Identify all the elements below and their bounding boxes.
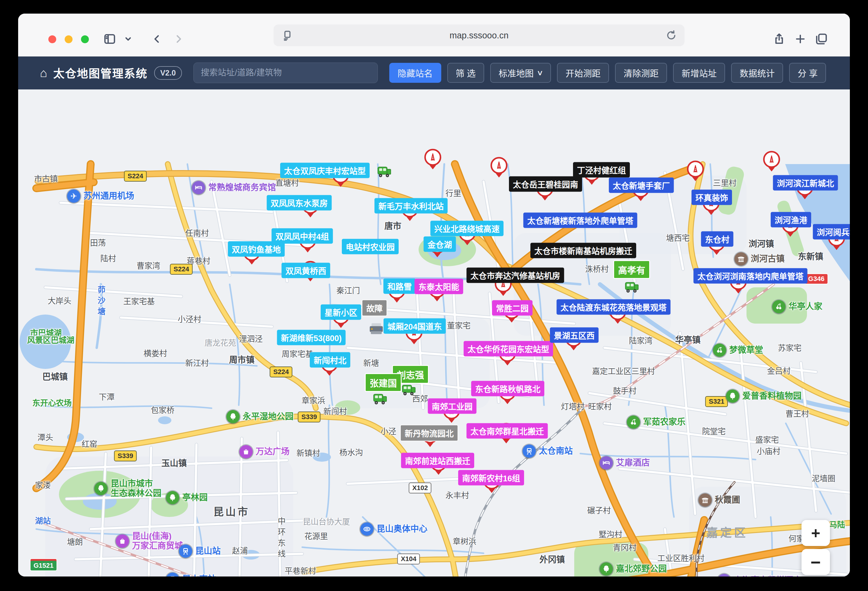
poi-label: 亭林园 (182, 493, 208, 503)
sidebar-chevron-icon[interactable] (120, 31, 137, 47)
poi-tree[interactable]: 永平湿地公园 (233, 410, 294, 423)
station-label[interactable]: 丁泾村健红组 (573, 162, 630, 178)
poi-hotel[interactable]: 艾扉酒店 (606, 456, 650, 470)
station-label[interactable]: 浏河滨江新城北 (773, 175, 838, 191)
truck-icon[interactable] (376, 165, 392, 178)
search-input[interactable] (193, 63, 378, 83)
station-label[interactable]: 太仓新塘手套厂 (609, 178, 674, 193)
tower-marker[interactable] (490, 157, 508, 178)
zoom-out-button[interactable]: − (802, 549, 830, 575)
station-label[interactable]: 太仓双凤庆丰村宏站型 (280, 163, 370, 178)
filter-button[interactable]: 筛 选 (447, 63, 484, 83)
hide-names-button[interactable]: 隐藏站名 (389, 63, 441, 83)
truck-icon[interactable] (624, 281, 639, 294)
station-label[interactable]: 金仓湖 (424, 237, 456, 252)
station-label[interactable]: 常胜二园 (492, 300, 533, 316)
station-label[interactable]: 电站村农业园 (342, 239, 399, 254)
printer-icon[interactable] (368, 322, 385, 336)
poi-cherry[interactable]: 梦微草堂 (720, 343, 763, 357)
station-label[interactable]: 高孝有 (613, 260, 650, 279)
share-map-button[interactable]: 分 享 (789, 63, 826, 83)
zoom-in-button[interactable]: + (802, 520, 830, 546)
place-label: 灯塔村 (561, 400, 585, 411)
back-button[interactable] (149, 31, 165, 47)
poi-train[interactable]: 昆山南站 (173, 573, 216, 576)
station-label[interactable]: 太仓浏河浏南落地内爬单管塔 (694, 268, 807, 284)
station-label[interactable]: 新毛万丰水利北站 (375, 198, 447, 214)
poi-mall[interactable]: 昆山(佳海)万家汇商贸城 (123, 532, 183, 551)
browser-toolbar: map.sssooo.cn (18, 13, 850, 56)
poi-hotel[interactable]: 上海嘉定凯悦酒店 (724, 574, 802, 576)
station-label[interactable]: 南郊新农村16组 (458, 470, 524, 486)
station-label[interactable]: 双凤钓鱼基地 (228, 242, 285, 257)
station-label[interactable]: 太仓陆渡东城花苑落地景观塔 (557, 299, 671, 315)
poi-train[interactable]: 太仓南站 (529, 444, 573, 458)
poi-cherry[interactable]: 华亭人家 (779, 300, 822, 313)
tower-marker[interactable] (763, 151, 780, 172)
station-label[interactable]: 太仓南郊群星北搬迁 (466, 423, 548, 439)
map-type-button[interactable]: 标准地图∨ (490, 63, 551, 83)
station-label[interactable]: 太仓市楼新南基站机房搬迁 (530, 243, 636, 258)
station-label[interactable]: 环真装饰 (691, 190, 732, 205)
station-label[interactable]: 景湖五区西 (550, 327, 599, 343)
station-label[interactable]: 太仓新塘楼新落地外爬单管塔 (524, 213, 638, 228)
poi-tree[interactable]: 昆山市城市生态森林公园 (101, 479, 161, 498)
station-label[interactable]: 双凤凤东水泵房 (267, 195, 332, 211)
home-icon[interactable]: ⌂ (40, 67, 47, 79)
truck-icon[interactable] (401, 383, 416, 397)
station-label[interactable]: 城厢204国道东 (384, 318, 446, 334)
truck-icon[interactable] (372, 392, 388, 406)
place-label: 包家桥 (151, 404, 174, 415)
new-tab-icon[interactable] (792, 31, 809, 47)
station-label[interactable]: 太仓岳王碧桂园南 (509, 177, 582, 192)
poi-label: 秋霞圃 (715, 495, 740, 505)
poi-tree[interactable]: 亭林园 (173, 491, 208, 504)
add-site-button[interactable]: 新增站址 (673, 63, 725, 83)
station-label[interactable]: 和路雪 (384, 279, 416, 294)
clear-measure-button[interactable]: 清除测距 (615, 63, 667, 83)
station-label[interactable]: 星新小区 (321, 305, 361, 320)
station-label[interactable]: 东仓新路秋帆路北 (471, 381, 544, 396)
data-stats-button[interactable]: 数据统计 (731, 63, 783, 83)
start-measure-button[interactable]: 开始测距 (557, 63, 609, 83)
station-label[interactable]: 新湖维新53(800) (277, 330, 345, 345)
poi-cherry[interactable]: 军茹农家乐 (633, 416, 685, 429)
poi-plane[interactable]: ✈苏州通用机场 (74, 189, 134, 203)
minimize-window-button[interactable] (65, 35, 72, 43)
station-label[interactable]: 新丹物流园北 (400, 425, 458, 441)
poi-train[interactable]: 昆山站 (186, 544, 221, 558)
refresh-icon[interactable] (665, 29, 677, 44)
station-label[interactable]: 浏河阅兵村 (813, 224, 850, 240)
station-label[interactable]: 新闯村北 (310, 352, 350, 368)
share-icon[interactable] (771, 31, 788, 47)
sidebar-icon[interactable] (101, 31, 118, 47)
poi-historic[interactable]: 浏河古镇 (741, 252, 785, 265)
station-label[interactable]: 太仓市奔达汽修基站机房 (466, 268, 564, 283)
close-window-button[interactable] (48, 35, 56, 43)
tower-marker[interactable] (687, 161, 704, 181)
station-label[interactable]: 东泰太阳能 (415, 279, 463, 294)
poi-tree[interactable]: 爱普香料植物园 (732, 389, 802, 403)
poi-tree[interactable]: 嘉北郊野公园 (606, 562, 667, 576)
station-label[interactable]: 南郊前进站西搬迁 (401, 453, 474, 468)
tab-overview-icon[interactable] (813, 31, 830, 47)
forward-button[interactable] (170, 31, 187, 47)
station-label[interactable]: 太仓华侨花园东宏站型 (464, 341, 553, 357)
station-label[interactable]: 兴业北路绕城高速 (430, 221, 503, 236)
poi-historic[interactable]: 秋霞圃 (705, 494, 740, 507)
poi-stadium[interactable]: 昆山奥体中心 (367, 522, 427, 536)
station-label[interactable]: 南郊工业园 (428, 398, 477, 414)
poi-mall[interactable]: 万达广场 (246, 445, 289, 458)
tower-marker[interactable] (424, 149, 441, 170)
place-label: 墅沟村 (599, 528, 622, 539)
station-label[interactable]: 张建国 (365, 373, 402, 392)
station-label[interactable]: 浏河渔港 (771, 212, 811, 227)
reader-icon[interactable] (281, 29, 294, 44)
address-bar[interactable]: map.sssooo.cn (273, 25, 685, 46)
station-label[interactable]: 故障 (362, 300, 387, 316)
map-canvas[interactable]: 市古镇直塘村行里三里村唐市任南村田荡陆村蒋巷村曹家湾塘西宅浏河镇东新镇洙桥村大岸… (18, 90, 850, 576)
poi-hotel[interactable]: 常熟煌城商务宾馆 (199, 181, 276, 194)
station-label[interactable]: 双凤黄桥西 (282, 263, 330, 278)
fullscreen-window-button[interactable] (81, 35, 89, 43)
station-label[interactable]: 东仓村 (701, 231, 734, 247)
